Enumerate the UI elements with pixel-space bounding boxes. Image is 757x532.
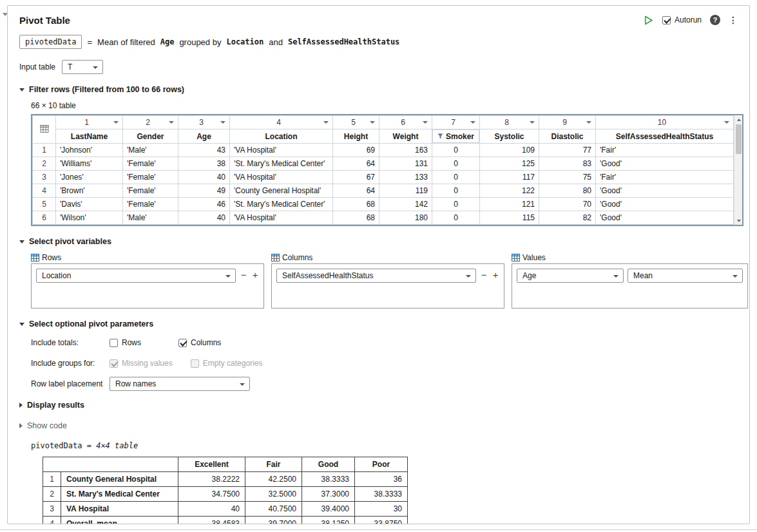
column-name-systolic[interactable]: Systolic xyxy=(480,129,539,144)
column-name-weight[interactable]: Weight xyxy=(379,129,432,144)
cell-divider xyxy=(0,529,757,530)
values-variable-select[interactable]: Age xyxy=(517,269,624,283)
section-collapsed-icon xyxy=(19,423,23,428)
column-menu-icon[interactable] xyxy=(220,121,225,124)
pivot-column-poor: Poor xyxy=(355,457,408,472)
column-menu-icon[interactable] xyxy=(423,121,428,124)
section-expanded-icon xyxy=(19,88,24,91)
pivot-variables-section-header[interactable]: Select pivot variables xyxy=(19,236,738,247)
cell: 'Male' xyxy=(123,211,178,225)
display-results-section-header[interactable]: Display results xyxy=(19,400,738,410)
column-header-num-gender[interactable]: 2 xyxy=(123,116,178,129)
cell: 131 xyxy=(379,157,432,171)
column-header-num-smoker[interactable]: 7 xyxy=(432,116,480,129)
groups-empty-categories-checkbox xyxy=(191,359,199,368)
vertical-scrollbar[interactable] xyxy=(734,115,742,225)
column-menu-icon[interactable] xyxy=(586,121,591,124)
totals-columns-checkbox[interactable] xyxy=(178,339,187,347)
remove-row-variable-button[interactable]: − xyxy=(240,269,247,281)
row-label-placement-select[interactable]: Row names xyxy=(110,377,250,391)
values-panel-label: Values xyxy=(522,253,546,262)
column-menu-icon[interactable] xyxy=(724,121,729,124)
add-row-variable-button[interactable]: + xyxy=(251,269,259,281)
rows-variable-select[interactable]: Location xyxy=(36,269,236,283)
cell: 'VA Hospital' xyxy=(230,171,333,184)
column-menu-icon[interactable] xyxy=(530,121,535,124)
table-row: 6 'Wilson' 'Male' 40 'VA Hospital' 68 18… xyxy=(33,211,734,225)
pivot-value: 30 xyxy=(355,502,408,517)
column-name-selfassessedhealthstatus[interactable]: SelfAssessedHealthStatus xyxy=(596,129,734,144)
scroll-up-icon[interactable] xyxy=(734,115,743,124)
column-menu-icon[interactable] xyxy=(470,121,475,124)
values-method-select[interactable]: Mean xyxy=(628,269,743,283)
remove-column-variable-button[interactable]: − xyxy=(480,269,488,281)
cell: 46 xyxy=(178,198,230,211)
autorun-checkbox[interactable] xyxy=(662,16,671,24)
column-name-age[interactable]: Age xyxy=(178,129,230,144)
scrollbar-thumb[interactable] xyxy=(736,124,742,154)
input-table-select[interactable]: T xyxy=(62,60,103,74)
pivot-column-fair: Fair xyxy=(245,457,302,472)
cell: 'Good' xyxy=(596,157,734,171)
column-header-num-lastname[interactable]: 1 xyxy=(56,116,123,129)
column-menu-icon[interactable] xyxy=(370,121,375,124)
show-code-section-header[interactable]: Show code xyxy=(19,421,738,431)
pivoted-data-table: Excellent Fair Good Poor 1 County Genera… xyxy=(43,457,408,524)
pivot-value: 32.5000 xyxy=(245,487,302,502)
cell: 0 xyxy=(432,211,480,225)
column-header-num-selfassessedhealthstatus[interactable]: 10 xyxy=(596,116,734,129)
cell: 0 xyxy=(432,144,480,157)
column-name-diastolic[interactable]: Diastolic xyxy=(539,129,596,144)
pivot-row-name: County General Hospital xyxy=(61,472,178,487)
help-icon[interactable]: ? xyxy=(710,15,720,25)
columns-variable-select[interactable]: SelfAssessedHealthStatus xyxy=(276,269,476,283)
column-header-num-age[interactable]: 3 xyxy=(178,116,230,129)
table-corner-cell[interactable] xyxy=(33,116,56,144)
output-variable-name-field[interactable]: pivotedData xyxy=(19,35,82,49)
scroll-down-icon[interactable] xyxy=(734,216,743,225)
column-menu-icon[interactable] xyxy=(169,121,174,124)
column-header-num-height[interactable]: 5 xyxy=(333,116,379,129)
column-name-location[interactable]: Location xyxy=(230,129,333,144)
column-menu-icon[interactable] xyxy=(323,121,329,124)
pivot-value: 38.3333 xyxy=(355,487,408,502)
column-name-height[interactable]: Height xyxy=(333,129,379,144)
pivot-column-good: Good xyxy=(302,457,355,472)
pivot-row: 3 VA Hospital 40 40.7500 39.4000 30 xyxy=(43,502,408,517)
filter-rows-section-header[interactable]: Filter rows (Filtered from 100 to 66 row… xyxy=(19,84,738,95)
cell: 115 xyxy=(480,211,539,225)
pivot-value: 38.3333 xyxy=(302,472,355,487)
pivot-row-name: Overall_mean xyxy=(61,517,178,525)
add-column-variable-button[interactable]: + xyxy=(492,269,499,281)
cell: 43 xyxy=(178,144,230,157)
grid-icon xyxy=(271,254,280,261)
pivot-column-excellent: Excellent xyxy=(178,457,245,472)
summary-code-location: Location xyxy=(226,37,264,46)
cell: 'Fair' xyxy=(596,171,734,184)
totals-rows-checkbox[interactable] xyxy=(110,339,118,347)
cell: 0 xyxy=(432,184,480,198)
overflow-menu-icon[interactable]: ⋮ xyxy=(729,15,738,25)
column-name-lastname[interactable]: LastName xyxy=(56,129,123,144)
run-button[interactable] xyxy=(643,15,654,26)
section-expanded-icon xyxy=(19,240,24,243)
row-number: 1 xyxy=(43,472,61,487)
optional-parameters-section-header[interactable]: Select optional pivot parameters xyxy=(19,319,738,329)
column-name-gender[interactable]: Gender xyxy=(123,129,178,144)
cell: 180 xyxy=(379,211,432,225)
pivot-row: 1 County General Hospital 38.2222 42.250… xyxy=(43,472,408,487)
column-header-num-diastolic[interactable]: 9 xyxy=(539,116,596,129)
section-expanded-icon xyxy=(19,323,24,326)
cell: 64 xyxy=(333,157,379,171)
column-header-num-weight[interactable]: 6 xyxy=(379,116,432,129)
summary-code-age: Age xyxy=(160,37,175,46)
table-row: 5 'Davis' 'Female' 46 'St. Mary's Medica… xyxy=(33,198,734,211)
column-name-smoker[interactable]: Smoker xyxy=(432,129,479,143)
column-header-num-systolic[interactable]: 8 xyxy=(480,116,539,129)
column-menu-icon[interactable] xyxy=(113,121,119,124)
column-header-num-location[interactable]: 4 xyxy=(230,116,333,129)
output-assignment-line: pivotedData = 4×4 table xyxy=(31,441,738,450)
pivot-value: 38.2222 xyxy=(178,472,245,487)
cell: 'Jones' xyxy=(56,171,123,184)
row-number: 4 xyxy=(33,184,56,198)
